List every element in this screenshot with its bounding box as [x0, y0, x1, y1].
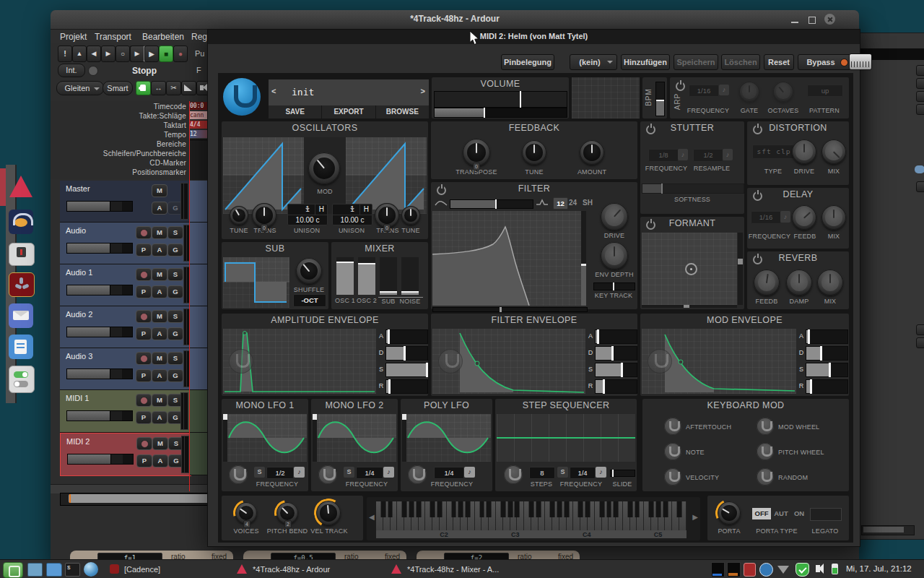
- mute-button[interactable]: M: [152, 184, 167, 197]
- shuttle-knob[interactable]: [88, 66, 98, 76]
- piano-black-key[interactable]: [388, 501, 393, 517]
- track-name[interactable]: MIDI 2: [66, 437, 90, 446]
- note-sync-icon[interactable]: ♪: [780, 211, 790, 223]
- automation-button[interactable]: A: [152, 454, 168, 467]
- piano-keys[interactable]: [376, 501, 687, 530]
- arp-gate-knob[interactable]: [739, 82, 759, 102]
- note-sync-icon[interactable]: ♪: [678, 149, 688, 160]
- octave-up-icon[interactable]: ▶: [692, 513, 698, 521]
- mute-button[interactable]: M: [152, 394, 167, 407]
- track-name[interactable]: Master: [66, 184, 90, 193]
- steps-value[interactable]: 8: [529, 467, 555, 479]
- mono-lfo1-display[interactable]: [223, 414, 307, 462]
- group-button[interactable]: G: [167, 243, 183, 256]
- taskbar-item-cadence[interactable]: [Cadence]: [108, 562, 224, 577]
- mixer-sub-slider[interactable]: [380, 257, 397, 295]
- mixer-blue-pill[interactable]: [915, 165, 924, 173]
- minimize-icon[interactable]: [791, 22, 798, 23]
- stutter-softness-slider[interactable]: [642, 184, 744, 194]
- automation-button[interactable]: A: [152, 285, 167, 298]
- track-row[interactable]: MIDI 1 M S P A G: [60, 390, 190, 433]
- stop-button[interactable]: ■: [159, 46, 173, 62]
- piano-black-key[interactable]: [487, 501, 492, 517]
- filter-response-display[interactable]: [432, 211, 586, 306]
- piano-black-key[interactable]: [466, 501, 471, 517]
- track-name[interactable]: Audio 3: [66, 352, 92, 361]
- porta-on-option[interactable]: ON: [791, 508, 807, 519]
- menu-transport[interactable]: Transport: [95, 32, 131, 42]
- filter-sustain-slider[interactable]: [595, 363, 637, 377]
- track-row[interactable]: Master M A G: [60, 181, 190, 223]
- piano-black-key[interactable]: [529, 501, 534, 517]
- mixer-osc2-slider[interactable]: [358, 257, 375, 295]
- piano-black-key[interactable]: [437, 501, 443, 517]
- mute-button[interactable]: M: [152, 310, 167, 323]
- formant-y-slider[interactable]: [738, 233, 743, 305]
- grab-tool-button[interactable]: [136, 81, 151, 95]
- cross-mod-knob[interactable]: [308, 152, 340, 184]
- mute-button[interactable]: M: [152, 352, 167, 365]
- reverb-feedback-knob[interactable]: [754, 269, 780, 296]
- mute-button[interactable]: M: [152, 226, 167, 239]
- arp-power-icon[interactable]: [676, 82, 685, 91]
- plugin-titlebar[interactable]: MIDI 2: Helm (von Matt Tytel): [208, 30, 860, 44]
- filter-24db-button[interactable]: 24: [569, 199, 577, 207]
- record-arm-button[interactable]: [136, 226, 152, 239]
- ruler-location-marker[interactable]: Positionsmarker: [132, 168, 186, 176]
- play-button[interactable]: ▶: [144, 46, 159, 62]
- tray-security-shield-icon[interactable]: [796, 563, 809, 577]
- taskbar-item-mixer[interactable]: *4Track-48hz - Mixer - A...: [390, 562, 541, 577]
- delay-frequency-value[interactable]: 1/16: [751, 211, 781, 224]
- sub-shuffle-knob[interactable]: [296, 258, 322, 284]
- save-button[interactable]: Speichern: [674, 54, 718, 70]
- piano-black-key[interactable]: [507, 501, 513, 517]
- prev-patch-button[interactable]: <: [271, 87, 276, 95]
- osc2-unison-box[interactable]: 1 H 10.00 c: [332, 204, 372, 225]
- metronome-button[interactable]: ▲: [72, 46, 87, 62]
- automation-button[interactable]: A: [152, 327, 167, 340]
- osc2-tune-knob[interactable]: [401, 206, 420, 225]
- mod-decay-slider[interactable]: [806, 346, 848, 361]
- piano-black-key[interactable]: [430, 501, 435, 517]
- filter-decay-slider[interactable]: [595, 346, 637, 361]
- filter-key-track-slider[interactable]: [593, 282, 635, 290]
- step-seq-frequency-value[interactable]: 1/4: [570, 467, 596, 479]
- track-fader[interactable]: [66, 410, 133, 421]
- track-row[interactable]: Audio 1 M S P A G: [60, 264, 190, 306]
- cut-tool-button[interactable]: ✂: [166, 81, 181, 95]
- sync-source-button[interactable]: Int.: [58, 64, 85, 77]
- next-patch-button[interactable]: >: [421, 87, 425, 95]
- range-tool-button[interactable]: ↔: [151, 81, 166, 95]
- track-name[interactable]: Audio 1: [66, 268, 92, 277]
- desktop-icon-ardour[interactable]: [9, 176, 33, 199]
- lfo-amp-slider[interactable]: [402, 414, 406, 462]
- pin-mapping-button[interactable]: Pinbelegung: [501, 54, 554, 70]
- delay-mix-knob[interactable]: [821, 205, 846, 230]
- piano-black-key[interactable]: [380, 501, 385, 517]
- distortion-drive-knob[interactable]: [792, 139, 816, 164]
- track-row[interactable]: Audio 2 M S P A G: [60, 306, 190, 348]
- mixer-mini-button[interactable]: [916, 181, 924, 192]
- mono-lfo1-sync-button[interactable]: S: [254, 467, 265, 478]
- ruler-tempo[interactable]: Tempo: [164, 131, 186, 139]
- porta-off-option[interactable]: OFF: [752, 508, 771, 519]
- automation-button[interactable]: A: [152, 411, 167, 424]
- piano-black-key[interactable]: [500, 501, 505, 517]
- poly-lfo-display[interactable]: [402, 414, 491, 462]
- desktop-icon-settings-toggles[interactable]: [9, 366, 35, 393]
- piano-black-key[interactable]: [557, 501, 562, 517]
- go-end-button[interactable]: ▶: [101, 46, 116, 62]
- step-sequencer-grid[interactable]: [497, 414, 635, 462]
- midi-keyboard-icon[interactable]: [849, 53, 872, 70]
- desktop-icon-cadence[interactable]: [9, 272, 35, 297]
- distortion-type-value[interactable]: sft clp: [752, 144, 796, 159]
- mixer-scrollbar-thumb[interactable]: [863, 527, 904, 532]
- reverb-mix-knob[interactable]: [817, 269, 843, 296]
- piano-black-key[interactable]: [550, 501, 555, 517]
- delete-button[interactable]: Löschen: [721, 54, 760, 70]
- tray-cpu-graph[interactable]: [711, 562, 725, 577]
- group-button[interactable]: G: [167, 369, 183, 382]
- formant-xy-handle[interactable]: [685, 263, 697, 275]
- record-button[interactable]: ●: [173, 46, 188, 62]
- group-button[interactable]: G: [167, 285, 183, 298]
